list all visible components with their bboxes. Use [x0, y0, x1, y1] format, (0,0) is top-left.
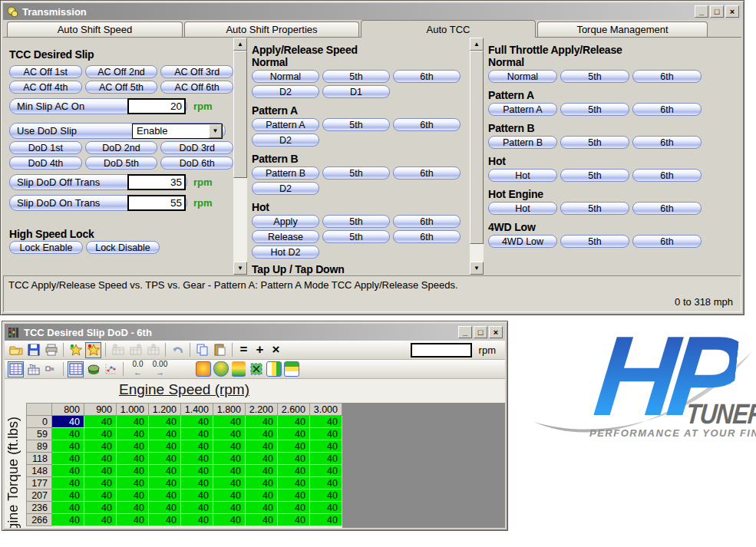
column-header[interactable]: 3.000 [310, 403, 342, 416]
ac-off-6th-button[interactable]: AC Off 6th [160, 81, 233, 94]
table-cell[interactable]: 40 [149, 440, 181, 453]
row-header[interactable]: 89 [26, 440, 52, 453]
set-equal-button[interactable]: = [236, 342, 251, 358]
row-shading-icon[interactable] [283, 361, 299, 377]
ac-off-4th-button[interactable]: AC Off 4th [9, 81, 82, 94]
table-cell[interactable]: 40 [181, 465, 213, 477]
table-cell[interactable]: 40 [278, 465, 310, 477]
row-header[interactable]: 266 [26, 514, 52, 526]
transmission-titlebar[interactable]: Transmission _ □ × [3, 3, 741, 20]
table-cell[interactable]: 40 [278, 416, 310, 428]
ft-hot-button[interactable]: Hot [488, 169, 557, 182]
table-cell[interactable]: 40 [52, 465, 84, 477]
table-cell[interactable]: 40 [181, 514, 213, 526]
table-header-view-icon[interactable]: Thi [25, 361, 41, 377]
table-cell[interactable]: 40 [181, 453, 213, 465]
dod-table[interactable]: 8009001.0001.2001.4001.8002.2002.6003.00… [26, 403, 342, 526]
maximize-button[interactable]: □ [474, 326, 487, 338]
hot-release-6th-button[interactable]: 6th [393, 230, 461, 243]
slip-dod-on-trans-button[interactable]: Slip DoD On Trans [9, 195, 187, 211]
compare-star-green-icon[interactable] [68, 342, 84, 358]
table-cell[interactable]: 40 [181, 416, 213, 428]
grid-view-icon[interactable] [68, 361, 84, 377]
ft-hot-6th-button[interactable]: 6th [632, 169, 702, 182]
table-cell[interactable]: 40 [52, 453, 84, 465]
table-star-3-icon[interactable] [145, 342, 161, 358]
disable-map-icon[interactable] [248, 361, 264, 377]
table-cell[interactable]: 40 [52, 416, 84, 428]
ft-hot-engine-6th-button[interactable]: 6th [632, 202, 702, 215]
hot-apply-6th-button[interactable]: 6th [393, 215, 461, 228]
surface-map-icon[interactable] [195, 361, 211, 377]
normal-5th-button[interactable]: 5th [322, 70, 390, 83]
min-slip-ac-on-button[interactable]: Min Slip AC On [9, 98, 187, 114]
table-cell[interactable]: 40 [181, 428, 213, 440]
table-cell[interactable]: 40 [181, 440, 213, 453]
open-icon[interactable] [8, 342, 24, 358]
table-cell[interactable]: 40 [246, 514, 278, 526]
undo-icon[interactable] [170, 342, 186, 358]
print-icon[interactable] [43, 342, 59, 358]
surface-flat-icon[interactable] [230, 361, 246, 377]
save-icon[interactable] [25, 342, 41, 358]
tab-torque-management[interactable]: Torque Management [537, 21, 708, 37]
ft-normal-button[interactable]: Normal [488, 70, 557, 83]
ft-pattern-a-6th-button[interactable]: 6th [632, 103, 702, 116]
table-cell[interactable]: 40 [149, 416, 181, 428]
scroll-up-icon[interactable]: ▲ [470, 38, 484, 51]
normal-6th-button[interactable]: 6th [393, 70, 461, 83]
table-cell[interactable]: 40 [117, 465, 149, 477]
ft-hot-engine-5th-button[interactable]: 5th [560, 202, 629, 215]
scatter-chart-icon[interactable] [103, 361, 119, 377]
normal-d2-button[interactable]: D2 [252, 85, 319, 98]
ft-4wd-low-button[interactable]: 4WD Low [488, 235, 557, 248]
ft-pattern-b-6th-button[interactable]: 6th [632, 136, 702, 149]
column-header[interactable]: 800 [52, 403, 84, 416]
middle-scrollbar-thumb[interactable] [470, 51, 484, 244]
table-cell[interactable]: 40 [52, 477, 84, 489]
column-header[interactable]: 1.000 [117, 403, 149, 416]
paste-icon[interactable] [212, 342, 228, 358]
table-cell[interactable]: 40 [181, 489, 213, 502]
row-header[interactable]: 148 [26, 465, 52, 477]
slip-dod-off-trans-input[interactable] [127, 174, 186, 190]
table-cell[interactable]: 40 [213, 502, 246, 514]
dod-4th-button[interactable]: DoD 4th [9, 157, 82, 170]
pattern-a-6th-button[interactable]: 6th [393, 118, 461, 131]
dod-6th-button[interactable]: DoD 6th [160, 157, 233, 170]
table-cell[interactable]: 40 [117, 489, 149, 502]
min-slip-ac-on-input[interactable] [127, 98, 186, 114]
table-cell[interactable]: 40 [117, 440, 149, 453]
table-cell[interactable]: 40 [84, 440, 117, 453]
normal-button[interactable]: Normal [252, 70, 319, 83]
table-cell[interactable]: 40 [278, 502, 310, 514]
table-cell[interactable]: 40 [181, 502, 213, 514]
dod-1st-button[interactable]: DoD 1st [9, 141, 82, 154]
ft-pattern-b-button[interactable]: Pattern B [488, 136, 557, 149]
copy-icon[interactable] [194, 342, 210, 358]
ft-hot-5th-button[interactable]: 5th [560, 169, 629, 182]
table-cell[interactable]: 40 [149, 465, 181, 477]
use-dod-slip-dropdown[interactable]: Enable ▼ [132, 124, 223, 139]
table-cell[interactable]: 40 [84, 502, 117, 514]
surface-map-2-icon[interactable] [213, 361, 229, 377]
table-cell[interactable]: 40 [310, 440, 342, 453]
decrease-decimals-button[interactable]: 0.0 ← [127, 361, 148, 377]
table-cell[interactable]: 40 [213, 489, 246, 502]
ac-off-3rd-button[interactable]: AC Off 3rd [160, 65, 233, 78]
table-cell[interactable]: 40 [246, 416, 278, 428]
scroll-down-icon[interactable]: ▼ [233, 262, 247, 275]
ft-4wd-low-6th-button[interactable]: 6th [632, 235, 702, 248]
ac-off-5th-button[interactable]: AC Off 5th [85, 81, 158, 94]
table-cell[interactable]: 40 [84, 428, 117, 440]
table-cell[interactable]: 40 [310, 489, 342, 502]
maximize-button[interactable]: □ [710, 5, 724, 18]
ft-hot-engine-button[interactable]: Hot [488, 202, 557, 215]
table-cell[interactable]: 40 [310, 514, 342, 526]
left-scrollbar[interactable]: ▲ ▼ [233, 38, 247, 275]
pattern-b-d2-button[interactable]: D2 [252, 182, 319, 195]
row-header[interactable]: 59 [26, 428, 52, 440]
tab-auto-shift-properties[interactable]: Auto Shift Properties [184, 21, 359, 37]
row-header[interactable]: 207 [26, 489, 52, 502]
add-button[interactable]: + [253, 342, 267, 358]
